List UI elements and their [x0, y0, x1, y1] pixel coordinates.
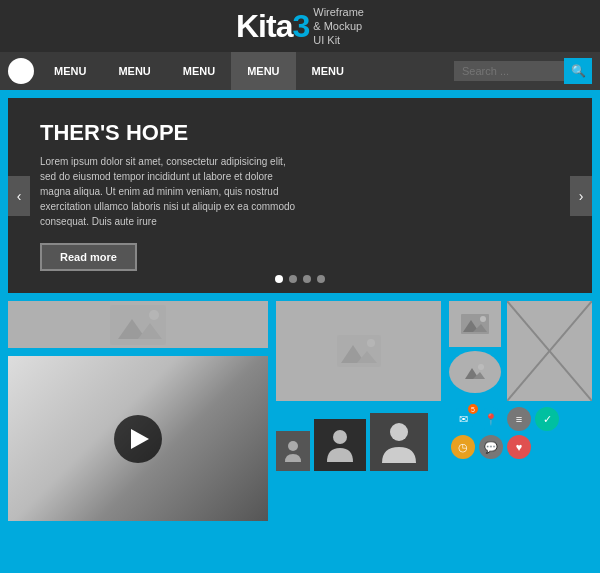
- hero-dots: [275, 275, 325, 283]
- hero-slider: ‹ THER'S HOPE Lorem ipsum dolor sit amet…: [8, 98, 592, 293]
- hero-text: Lorem ipsum dolor sit amet, consectetur …: [40, 154, 296, 229]
- hero-content: THER'S HOPE Lorem ipsum dolor sit amet, …: [8, 96, 328, 295]
- svg-point-14: [480, 316, 486, 322]
- check-icon: ✓: [543, 413, 552, 426]
- svg-point-9: [333, 430, 347, 444]
- hero-dot-1[interactable]: [275, 275, 283, 283]
- svg-point-3: [149, 310, 159, 320]
- empty-icon-cell: [535, 435, 559, 459]
- nav-menu: MENU MENU MENU MENU MENU: [38, 52, 454, 90]
- nav-item-3[interactable]: MENU: [167, 52, 231, 90]
- nav-item-4[interactable]: MENU: [231, 52, 295, 90]
- logo-subtitle: Wireframe & Mockup UI Kit: [313, 5, 364, 48]
- x-placeholder-box: [507, 301, 592, 401]
- mail-badge: 5: [468, 404, 478, 414]
- heart-icon-circle[interactable]: ♥: [507, 435, 531, 459]
- mail-icon-circle[interactable]: ✉ 5: [451, 407, 475, 431]
- right-column: ✉ 5 📍 ≡ ✓ ◷ 💬: [449, 301, 592, 521]
- mail-icon: ✉: [459, 413, 468, 426]
- medium-image-box: [276, 301, 441, 401]
- nav-item-5[interactable]: MENU: [296, 52, 360, 90]
- check-icon-circle[interactable]: ✓: [535, 407, 559, 431]
- hero-prev-button[interactable]: ‹: [8, 176, 30, 216]
- hero-read-more-button[interactable]: Read more: [40, 243, 137, 271]
- middle-column: [276, 301, 441, 521]
- svg-point-10: [390, 423, 408, 441]
- hero-dot-3[interactable]: [303, 275, 311, 283]
- hero-dot-4[interactable]: [317, 275, 325, 283]
- location-icon-circle[interactable]: 📍: [479, 407, 503, 431]
- small-image-icon-1: [461, 314, 489, 334]
- hero-title: THER'S HOPE: [40, 120, 296, 146]
- person-icon-medium: [314, 419, 366, 471]
- small-image-icon-2: [463, 363, 487, 381]
- nav-item-1[interactable]: MENU: [38, 52, 102, 90]
- nav-item-2[interactable]: MENU: [102, 52, 166, 90]
- person-icon-large: [370, 413, 428, 471]
- person-large-icon: [381, 421, 417, 463]
- person-small-icon: [284, 440, 302, 462]
- navbar: MENU MENU MENU MENU MENU 🔍: [0, 52, 600, 90]
- svg-point-8: [288, 441, 298, 451]
- hero-next-button[interactable]: ›: [570, 176, 592, 216]
- search-area: 🔍: [454, 58, 592, 84]
- right-top-row: [449, 301, 592, 401]
- svg-point-17: [478, 364, 484, 370]
- person-icon-small: [276, 431, 310, 471]
- video-box: [8, 356, 268, 521]
- x-lines-icon: [507, 301, 592, 401]
- image-placeholder-icon: [110, 305, 166, 345]
- left-column: [8, 301, 268, 521]
- small-image-circle: [449, 351, 501, 393]
- chat-icon: 💬: [484, 441, 498, 454]
- small-image-stack: [449, 301, 501, 401]
- clock-icon-circle[interactable]: ◷: [451, 435, 475, 459]
- list-icon: ≡: [516, 413, 522, 425]
- small-image-box-1: [449, 301, 501, 347]
- clock-icon: ◷: [458, 441, 468, 454]
- play-button[interactable]: [114, 415, 162, 463]
- heart-icon: ♥: [516, 441, 523, 453]
- person-medium-icon: [326, 428, 354, 462]
- nav-logo[interactable]: [8, 58, 34, 84]
- list-icon-circle[interactable]: ≡: [507, 407, 531, 431]
- logo: Kita3: [236, 8, 309, 45]
- header: Kita3 Wireframe & Mockup UI Kit: [0, 0, 600, 52]
- chat-icon-circle[interactable]: 💬: [479, 435, 503, 459]
- search-button[interactable]: 🔍: [564, 58, 592, 84]
- svg-point-7: [367, 339, 375, 347]
- image-placeholder-icon-2: [337, 335, 381, 367]
- search-input[interactable]: [454, 61, 564, 81]
- main-content: ‹ THER'S HOPE Lorem ipsum dolor sit amet…: [0, 90, 600, 529]
- large-image-box: [8, 301, 268, 348]
- bottom-grid: ✉ 5 📍 ≡ ✓ ◷ 💬: [8, 301, 592, 521]
- play-icon: [131, 429, 149, 449]
- icon-grid: ✉ 5 📍 ≡ ✓ ◷ 💬: [451, 407, 592, 459]
- person-icons-row: [276, 413, 441, 471]
- location-icon: 📍: [484, 413, 498, 426]
- hero-dot-2[interactable]: [289, 275, 297, 283]
